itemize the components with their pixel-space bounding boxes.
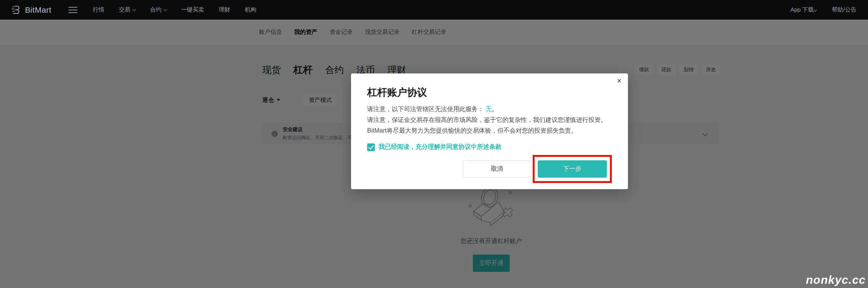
agreement-checkbox-row[interactable]: 我已经阅读，充分理解并同意协议中所述条款 [367,143,612,151]
cancel-button[interactable]: 取消 [463,160,531,178]
top-nav-menu: 行情 交易 合约 一键买卖 理财 机构 [93,6,257,13]
margin-agreement-modal: ✕ 杠杆账户协议 请注意，以下司法管辖区无法使用此服务： 无。 请注意，保证金交… [351,73,628,189]
top-navbar: BitMart 行情 交易 合约 一键买卖 理财 机构 App 下载 帮助/公告 [0,0,868,20]
red-annotation-highlight: 下一步 [533,155,612,183]
nav-item-earn[interactable]: 理财 [219,6,230,13]
risk-disclaimer: 请注意，保证金交易存在很高的市场风险，鉴于它的复杂性，我们建议您谨慎进行投资。B… [367,115,612,136]
modal-title: 杠杆账户协议 [367,86,612,99]
modal-body: 请注意，以下司法管辖区无法使用此服务： 无。 请注意，保证金交易存在很高的市场风… [367,104,612,136]
page: BitMart 行情 交易 合约 一键买卖 理财 机构 App 下载 帮助/公告… [0,0,868,288]
chevron-down-icon [132,7,136,11]
nav-item-markets[interactable]: 行情 [93,6,104,13]
next-step-button[interactable]: 下一步 [538,160,607,178]
bitmart-logo-text: BitMart [25,5,51,15]
bitmart-logo[interactable]: BitMart [12,5,51,15]
nav-item-help-announcements[interactable]: 帮助/公告 [832,6,856,13]
agreement-checkbox[interactable] [367,143,375,151]
chevron-down-icon [163,7,167,11]
top-nav-right: App 下载 帮助/公告 [790,6,856,13]
nav-item-futures[interactable]: 合约 [150,6,167,13]
jurisdiction-line: 请注意，以下司法管辖区无法使用此服务： 无。 [367,104,612,115]
nav-item-app-download[interactable]: App 下载 [790,6,817,13]
modal-actions: 取消 下一步 [367,155,612,183]
bitmart-logo-icon [12,5,22,15]
nav-item-institutional[interactable]: 机构 [245,6,257,13]
jurisdiction-link[interactable]: 无 [485,106,492,112]
agreement-checkbox-label: 我已经阅读，充分理解并同意协议中所述条款 [379,143,502,151]
nav-item-trade[interactable]: 交易 [119,6,136,13]
nav-item-buy-crypto[interactable]: 一键买卖 [181,6,204,13]
close-icon[interactable]: ✕ [617,78,622,84]
hamburger-menu-icon[interactable] [68,7,78,13]
watermark: nonkyc.cc [806,273,866,286]
